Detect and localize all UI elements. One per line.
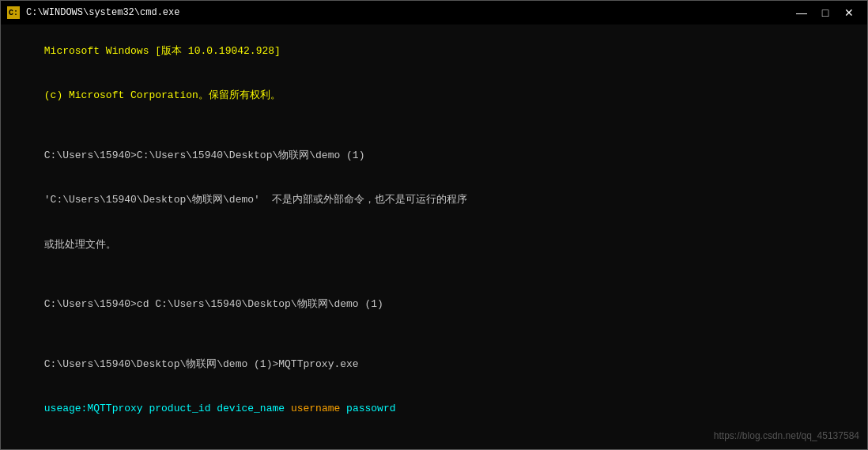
window-title: C:\WINDOWS\system32\cmd.exe: [26, 7, 179, 18]
line11-part2: passowrd: [340, 403, 395, 414]
minimize-button[interactable]: —: [790, 1, 813, 25]
line11-part1: useage:MQTTproxy product_id device_name: [44, 403, 291, 414]
terminal-line-6: 或批处理文件。: [7, 223, 861, 268]
terminal-line-11: useage:MQTTproxy product_id device_name …: [7, 387, 861, 432]
terminal-line-10: C:\Users\15940\Desktop\物联网\demo (1)>MQTT…: [7, 342, 861, 388]
line6-text: 或批处理文件。: [44, 239, 116, 251]
watermark: https://blog.csdn.net/qq_45137584: [714, 430, 859, 441]
maximize-button[interactable]: □: [813, 1, 837, 25]
terminal-line-5: 'C:\Users\15940\Desktop\物联网\demo' 不是内部或外…: [7, 178, 861, 223]
terminal-line-1: Microsoft Windows [版本 10.0.19042.928]: [7, 29, 861, 74]
cmd-icon: C:: [7, 6, 20, 19]
terminal-line-4: C:\Users\15940>C:\Users\15940\Desktop\物联…: [7, 134, 861, 179]
line8-text: C:\Users\15940>cd C:\Users\15940\Desktop…: [44, 298, 383, 310]
terminal-line-13: C:\Users\15940\Desktop\物联网\demo (1)>MQTT…: [7, 447, 861, 449]
terminal-body: Microsoft Windows [版本 10.0.19042.928] (c…: [1, 25, 867, 449]
terminal-line-8: C:\Users\15940>cd C:\Users\15940\Desktop…: [7, 282, 861, 327]
line5-text: 'C:\Users\15940\Desktop\物联网\demo' 不是内部或外…: [44, 194, 468, 206]
title-bar: C: C:\WINDOWS\system32\cmd.exe — □ ✕: [1, 1, 867, 25]
title-bar-left: C: C:\WINDOWS\system32\cmd.exe: [7, 6, 179, 19]
line2-text: (c) Microsoft Corporation。保留所有权利。: [44, 89, 281, 101]
line1-text: Microsoft Windows [版本 10.0.19042.928]: [44, 45, 281, 57]
terminal-line-9: [7, 327, 861, 342]
line10-text: C:\Users\15940\Desktop\物联网\demo (1)>MQTT…: [44, 358, 359, 370]
cmd-window: C: C:\WINDOWS\system32\cmd.exe — □ ✕ Mic…: [0, 0, 868, 450]
terminal-line-2: (c) Microsoft Corporation。保留所有权利。: [7, 74, 861, 119]
terminal-line-7: [7, 268, 861, 283]
close-button[interactable]: ✕: [837, 1, 861, 25]
terminal-line-3: [7, 119, 861, 134]
window-controls: — □ ✕: [790, 1, 861, 25]
line11-username: username: [291, 403, 340, 414]
line4-text: C:\Users\15940>C:\Users\15940\Desktop\物联…: [44, 149, 365, 161]
